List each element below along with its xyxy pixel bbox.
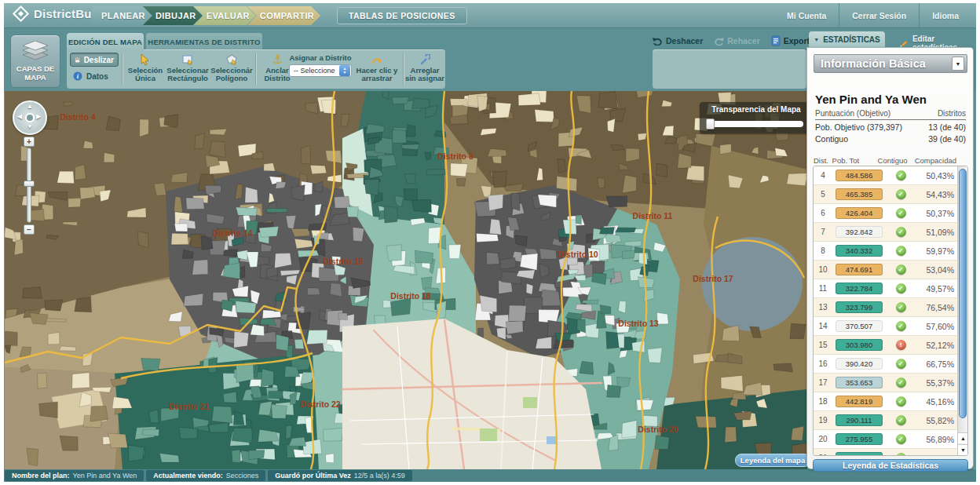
assign-to-district: Asignar a Distrito -- Seleccione ▲ ▼ — [288, 53, 353, 77]
map-pan-control[interactable]: ▲ ▼ ◀ ▶ — [13, 100, 47, 135]
pan-tool-button[interactable]: Deslizar — [70, 53, 119, 67]
scrollbar-thumb[interactable] — [959, 169, 967, 418]
pan-right-icon[interactable]: ▶ — [36, 113, 41, 120]
table-row[interactable]: 15303.980!52,12% — [814, 336, 959, 355]
status-value: Yen Pin and Ya Wen — [73, 472, 137, 480]
cell-compactness: 61,93% — [916, 454, 959, 457]
summary-score-header: Puntuación (Objetivo) — [815, 109, 890, 118]
nav-step-planear[interactable]: PLANEAR — [92, 6, 152, 25]
status-segment: Guardó por Última Vez12/5 a la(s) 4:59 — [268, 470, 412, 481]
pan-down-icon[interactable]: ▼ — [27, 123, 33, 130]
statistics-tab-label: ESTADÍSTICAS — [823, 35, 880, 44]
cell-compactness: 52,12% — [916, 341, 959, 350]
check-icon: ✓ — [896, 377, 906, 388]
population-badge: 426.404 — [836, 207, 883, 219]
zoom-out-button[interactable]: − — [24, 224, 35, 235]
table-row[interactable]: 5465.385✓54,43% — [814, 185, 959, 204]
cell-population: 322.784 — [832, 283, 886, 294]
toolbar-separator — [122, 53, 122, 86]
rectangle-select-icon — [182, 53, 193, 65]
population-badge: 370.507 — [836, 320, 883, 332]
stepper-down-icon: ▼ — [343, 71, 347, 75]
cell-contiguity: ✓ — [886, 377, 916, 388]
top-link-cerrar-sesión[interactable]: Cerrar Sesión — [839, 11, 919, 20]
table-row[interactable]: 4484.586✓50,43% — [814, 166, 959, 185]
statistics-legend-button[interactable]: Leyenda de Estadísticas — [813, 459, 968, 472]
polygon-select-tool[interactable]: Seleccionár Polígono — [210, 53, 254, 82]
cell-contiguity: ✓ — [886, 227, 916, 237]
cell-compactness: 49,57% — [916, 284, 959, 294]
table-row[interactable]: 8340.332✓59,97% — [814, 242, 959, 261]
leaderboard-button[interactable]: TABLAS DE POSICIONES — [337, 7, 467, 24]
fix-unassigned-tool[interactable]: Arreglar sin asignar — [404, 53, 445, 82]
transparency-slider-track[interactable] — [708, 121, 803, 127]
rectangle-select-tool[interactable]: Seleccionar Rectángulo — [166, 53, 210, 82]
table-scrollbar[interactable]: ▲ ▼ — [957, 166, 967, 455]
table-row[interactable]: 16390.420✓66,75% — [814, 355, 959, 374]
data-tool-button[interactable]: i Datos — [73, 71, 108, 81]
statistics-view-select[interactable]: Información Básica ▼ — [814, 54, 967, 73]
nav-step-evaluar[interactable]: EVALUAR — [194, 6, 256, 25]
data-tool-label: Datos — [86, 72, 108, 81]
cell-compactness: 55,37% — [916, 378, 959, 388]
cell-contiguity: ✓ — [886, 359, 916, 369]
assign-district-select[interactable]: -- Seleccione ▲ ▼ — [289, 64, 352, 77]
table-row[interactable]: 13323.799✓76,54% — [814, 298, 959, 317]
cell-contiguity: ✓ — [886, 453, 916, 456]
dropdown-arrow-icon[interactable]: ▼ — [952, 57, 964, 71]
cell-population: 340.332 — [832, 245, 886, 257]
click-drag-tool[interactable]: Hacer clic y arrastrar — [353, 53, 401, 82]
col-header-compacidad: Compacidad — [915, 156, 967, 165]
map-legend-button[interactable]: Leyenda del mapa — [735, 454, 807, 467]
table-row[interactable]: 7392.842✓51,09% — [814, 223, 959, 242]
table-row[interactable]: 6426.404✓50,37% — [814, 204, 959, 223]
cell-population: 474.691 — [832, 264, 886, 275]
table-row[interactable]: 21300.441✓61,93% — [814, 449, 959, 456]
table-row[interactable]: 10474.691✓53,04% — [814, 261, 959, 279]
district-label: Distrito 10 — [558, 250, 598, 259]
rectangle-select-label: Seleccionar Rectángulo — [166, 67, 210, 82]
table-row[interactable]: 18442.819✓45,16% — [814, 392, 959, 411]
nav-step-dibujar[interactable]: DIBUJAR — [143, 6, 203, 25]
table-row[interactable]: 19290.111✓55,82% — [814, 411, 959, 430]
cell-district-number: 19 — [814, 416, 832, 425]
tab-statistics[interactable]: ▼ ESTADÍSTICAS — [809, 31, 885, 48]
cell-compactness: 50,43% — [916, 171, 959, 181]
scroll-down-icon[interactable]: ▼ — [958, 444, 968, 455]
cell-district-number: 10 — [814, 265, 832, 274]
cell-contiguity: ! — [886, 340, 916, 350]
zoom-slider-handle[interactable] — [24, 181, 35, 187]
chevron-down-icon: ▼ — [814, 37, 819, 42]
nav-step-compartir[interactable]: COMPARTIR — [247, 6, 320, 25]
population-badge: 392.842 — [836, 226, 883, 238]
top-link-mi-cuenta[interactable]: Mi Cuenta — [774, 11, 839, 20]
district-label: Distrito 22 — [300, 399, 340, 409]
pan-center-button[interactable] — [25, 113, 35, 122]
redo-button[interactable]: Rehacer — [714, 36, 759, 46]
transparency-slider-handle[interactable] — [706, 119, 715, 129]
cell-population: 290.111 — [832, 414, 886, 426]
pan-up-icon[interactable]: ▲ — [27, 103, 33, 110]
single-select-tool[interactable]: Selección Única — [123, 53, 167, 82]
map-layers-button[interactable]: CAPAS DE MAPA — [10, 35, 60, 88]
cell-district-number: 8 — [814, 246, 832, 255]
check-icon: ✓ — [896, 170, 906, 181]
map-canvas[interactable]: Distrito 4Distrito 8Distrito 11Distrito … — [5, 91, 807, 469]
zoom-in-button[interactable]: + — [24, 137, 35, 147]
district-label: Distrito 15 — [323, 257, 363, 266]
district-label: Distrito 4 — [60, 112, 96, 122]
table-row[interactable]: 20275.955✓56,89% — [814, 430, 959, 449]
pan-left-icon[interactable]: ◀ — [17, 113, 22, 120]
undo-button[interactable]: Deshacer — [653, 36, 703, 46]
top-link-idioma[interactable]: Idioma — [920, 11, 971, 20]
scroll-up-icon[interactable]: ▲ — [958, 432, 968, 443]
status-value: Secciones — [226, 472, 259, 480]
table-row[interactable]: 11322.784✓49,57% — [814, 279, 959, 298]
tab-map-editing[interactable]: EDICIÓN DEL MAPA — [67, 33, 144, 50]
cell-district-number: 4 — [814, 171, 832, 180]
table-row[interactable]: 14370.507✓57,60% — [814, 317, 959, 336]
population-badge: 484.586 — [836, 170, 883, 181]
fix-unassigned-label: Arreglar sin asignar — [404, 67, 445, 82]
tab-district-tools[interactable]: HERRAMIENTAS DE DISTRITO — [146, 33, 262, 50]
table-row[interactable]: 17353.653✓55,37% — [814, 374, 959, 392]
